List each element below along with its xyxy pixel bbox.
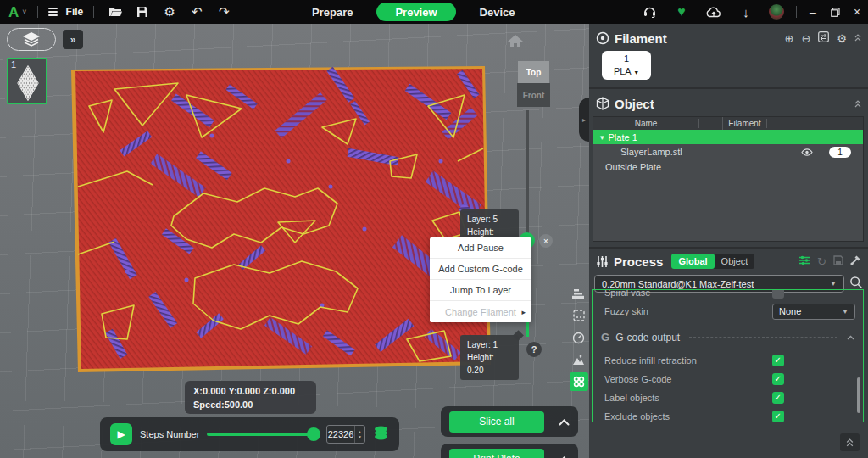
print-plate-button[interactable]: Print Plate	[449, 449, 544, 458]
file-menu[interactable]: File	[66, 6, 84, 18]
process-tab-object[interactable]: Object	[715, 254, 755, 269]
filament-settings-gear-icon[interactable]: ⚙	[837, 32, 847, 45]
print-options-chevron-icon[interactable]	[559, 451, 570, 458]
reset-preset-icon: ↻	[817, 255, 826, 268]
tab-prepare[interactable]: Prepare	[303, 0, 361, 24]
step-down-icon: ▼	[358, 435, 362, 439]
line-type-icon[interactable]	[570, 284, 588, 303]
layer-stack-icon[interactable]	[373, 426, 389, 444]
setting-row-reduce-infill-retraction: Reduce infill retraction	[593, 352, 863, 369]
viewcube-front-face[interactable]: Front	[517, 83, 550, 107]
preset-name: 0.20mm Standard@K1 Max-Zelf-test	[602, 279, 754, 289]
exclude-objects-checkbox[interactable]	[772, 411, 784, 422]
menu-icon[interactable]	[48, 8, 58, 16]
download-icon[interactable]: ↓	[736, 3, 756, 21]
remove-filament-icon[interactable]: ⊖	[801, 32, 810, 45]
user-avatar[interactable]	[769, 4, 784, 20]
color-scheme-icon[interactable]	[570, 372, 588, 391]
steps-slider-handle[interactable]	[307, 427, 320, 441]
expand-plates-button[interactable]: »	[63, 30, 83, 49]
slice-options-chevron-icon[interactable]	[559, 414, 570, 429]
viewcube-top-face[interactable]: Top	[518, 61, 549, 83]
process-tab-global[interactable]: Global	[671, 254, 714, 269]
layers-view-button[interactable]	[7, 28, 56, 51]
steps-number-input[interactable]: 22326 ▲ ▼	[326, 425, 365, 444]
logo-chevron-icon[interactable]: ˅	[22, 8, 26, 16]
model-filament-badge[interactable]: 1	[829, 147, 851, 158]
steps-stepper[interactable]: ▲ ▼	[354, 426, 364, 443]
menu-item-add-pause[interactable]: Add Pause	[430, 237, 531, 259]
window-minimize-button[interactable]: –	[802, 0, 824, 24]
fuzzy-skin-select[interactable]: None ▼	[772, 304, 855, 320]
tune-params-icon[interactable]	[798, 255, 810, 268]
redo-icon[interactable]: ↷	[213, 3, 235, 21]
setting-row-verbose-gcode: Verbose G-code	[593, 371, 863, 388]
save-icon[interactable]	[131, 3, 153, 21]
add-filament-icon[interactable]: ⊕	[785, 32, 794, 45]
filament-collapse-icon[interactable]	[854, 34, 861, 43]
plate-thumbnail[interactable]: 1	[7, 58, 47, 104]
save-preset-icon	[833, 255, 843, 268]
section-gcode-output: G G-code output	[593, 331, 863, 344]
visibility-eye-icon[interactable]	[795, 148, 819, 156]
layer-slider-close-button[interactable]: ×	[539, 234, 553, 248]
window-maximize-button[interactable]	[824, 0, 846, 24]
tab-preview[interactable]: Preview	[376, 3, 455, 21]
seam-icon[interactable]	[570, 350, 588, 369]
menu-item-jump-to-layer[interactable]: Jump To Layer	[430, 280, 531, 301]
tab-device[interactable]: Device	[471, 0, 524, 24]
play-button[interactable]: ▶	[110, 423, 132, 445]
label-objects-checkbox[interactable]	[772, 392, 784, 404]
filament-slot-card[interactable]: 1 PLA ▼	[602, 51, 651, 80]
object-row-plate-1[interactable]: ▾ Plate 1	[593, 130, 863, 144]
open-folder-icon[interactable]	[104, 3, 126, 21]
steps-slider[interactable]	[207, 433, 319, 436]
window-close-button[interactable]: ×	[846, 0, 868, 24]
calibration-tool-icon[interactable]	[850, 254, 861, 268]
menu-item-add-custom-gcode[interactable]: Add Custom G-code	[430, 259, 531, 280]
slice-all-button[interactable]: Slice all	[449, 411, 544, 433]
object-row-outside-plate[interactable]: Outside Plate	[593, 159, 863, 175]
settings-gear-icon[interactable]: ⚙	[159, 3, 181, 21]
coords-line: X:0.000 Y:0.000 Z:0.000	[193, 384, 308, 398]
filament-dropdown-caret-icon[interactable]: ▼	[633, 70, 639, 75]
collapse-all-button[interactable]	[840, 433, 860, 451]
reduce-infill-retraction-checkbox[interactable]	[772, 355, 784, 366]
tooltip-height-line: Height: 0.20	[467, 351, 512, 377]
undo-icon[interactable]: ↶	[186, 3, 208, 21]
submenu-arrow-icon: ▸	[521, 308, 526, 316]
layer-slider-track-upper[interactable]	[526, 110, 529, 240]
steps-playback-bar: ▶ Steps Number 22326 ▲ ▼	[100, 417, 399, 451]
process-settings-scroll-area[interactable]: Spiral vase Fuzzy skin None ▼ G G-code o…	[592, 289, 864, 422]
help-button[interactable]: ?	[526, 342, 542, 357]
row-expand-arrow-icon[interactable]: ▾	[600, 133, 604, 142]
layer-tooltip-lower: Layer: 1 Height: 0.20	[460, 335, 519, 380]
settings-scrollbar[interactable]	[857, 377, 860, 413]
divider	[589, 247, 868, 249]
favorites-heart-icon[interactable]: ♥	[671, 3, 692, 21]
print-action-box: Print Plate	[441, 444, 578, 458]
structure-icon[interactable]	[570, 306, 588, 325]
support-headset-icon[interactable]	[639, 3, 659, 21]
gcode-position-readout: X:0.000 Y:0.000 Z:0.000 Speed:500.00	[185, 381, 316, 414]
process-header: Process Global Object ↻	[589, 252, 868, 271]
section-collapse-icon[interactable]	[847, 333, 854, 342]
object-row-model[interactable]: SlayerLamp.stl 1	[593, 144, 863, 159]
section-rule	[689, 337, 837, 338]
spiral-vase-checkbox[interactable]	[772, 289, 784, 299]
cloud-upload-icon[interactable]	[704, 3, 724, 21]
speed-gauge-icon[interactable]	[570, 328, 588, 347]
column-visibility	[699, 117, 723, 130]
preview-viewport[interactable]: » 1 Top Front + × Layer: 5 Height: 1.00 …	[0, 24, 589, 458]
fuzzy-skin-value: None	[779, 306, 801, 316]
sync-filament-icon[interactable]	[818, 31, 829, 45]
layer-context-menu: Add Pause Add Custom G-code Jump To Laye…	[430, 237, 531, 322]
app-logo[interactable]: A	[8, 5, 19, 20]
home-view-icon[interactable]	[507, 34, 524, 52]
panel-collapse-handle[interactable]: ▸	[579, 98, 589, 142]
fuzzy-skin-caret-icon: ▼	[842, 308, 849, 316]
object-collapse-icon[interactable]	[854, 98, 861, 110]
verbose-gcode-checkbox[interactable]	[772, 373, 784, 385]
gcode-section-icon: G	[601, 331, 609, 344]
steps-number-value: 22326	[327, 429, 354, 439]
